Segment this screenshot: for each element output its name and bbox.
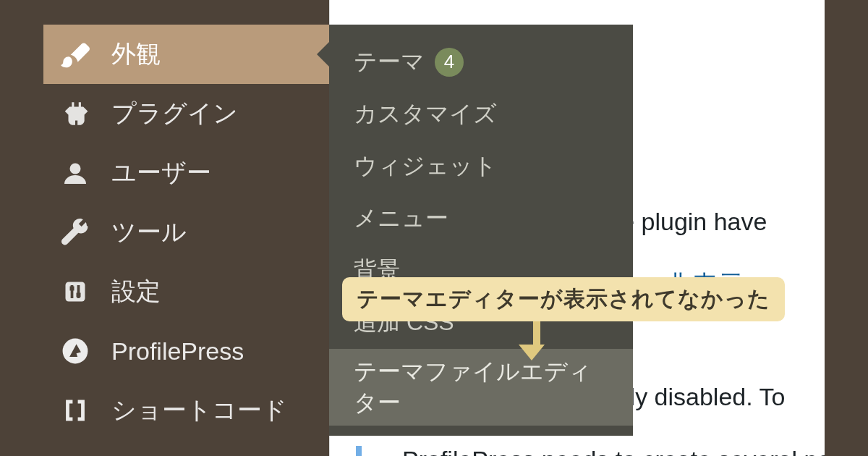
svg-rect-5 [77, 293, 81, 297]
plugin-icon [61, 99, 90, 128]
submenu-item-label: テーマファイルエディター [354, 356, 608, 418]
sidebar-item-profilepress[interactable]: ProfilePress [43, 321, 329, 381]
submenu-item-label: カスタマイズ [354, 98, 497, 130]
pp-icon [61, 337, 90, 366]
admin-sidebar: 外観 プラグイン ユーザー ツール 設定 [43, 0, 329, 456]
submenu-item-themes[interactable]: テーマ 4 [329, 36, 633, 88]
sidebar-item-label: 外観 [111, 38, 161, 71]
sidebar-item-users[interactable]: ユーザー [43, 143, 329, 203]
svg-rect-4 [70, 287, 75, 291]
sidebar-item-label: プラグイン [111, 97, 238, 130]
svg-rect-1 [66, 282, 85, 302]
sidebar-item-label: ツール [111, 216, 187, 249]
frame-pad-right [825, 0, 868, 456]
svg-point-0 [70, 164, 81, 174]
sidebar-item-shortcodes[interactable]: ショートコード [43, 381, 329, 440]
sidebar-item-appearance[interactable]: 外観 [43, 25, 329, 84]
submenu-item-label: ウィジェット [354, 151, 497, 182]
frame-pad-left [0, 0, 43, 456]
shortcode-icon [61, 396, 90, 425]
annotation-callout: テーマエディターが表示されてなかった [342, 277, 785, 321]
submenu-item-widgets[interactable]: ウィジェット [329, 140, 633, 193]
sidebar-item-plugins[interactable]: プラグイン [43, 84, 329, 143]
annotation-text: テーマエディターが表示されてなかった [357, 287, 770, 311]
submenu-item-customize[interactable]: カスタマイズ [329, 88, 633, 140]
submenu-item-theme-file-editor[interactable]: テーマファイルエディター [329, 349, 633, 426]
sidebar-item-label: ProfilePress [111, 337, 244, 366]
submenu-item-menus[interactable]: メニュー [329, 193, 633, 245]
user-icon [61, 159, 90, 187]
brush-icon [61, 40, 90, 69]
submenu-item-label: テーマ [354, 46, 425, 77]
sidebar-item-label: ショートコード [111, 394, 287, 427]
sidebar-item-settings[interactable]: 設定 [43, 262, 329, 321]
sliders-icon [61, 277, 90, 306]
sidebar-item-tools[interactable]: ツール [43, 203, 329, 262]
page-notice-fragment: ProfilePress needs to create several pa [356, 446, 868, 456]
appearance-submenu: テーマ 4 カスタマイズ ウィジェット メニュー 背景 追加 CSS テーマファ… [329, 25, 633, 436]
wrench-icon [61, 218, 90, 247]
sidebar-item-label: 設定 [111, 275, 161, 308]
sidebar-item-label: ユーザー [111, 156, 211, 190]
submenu-item-label: メニュー [354, 203, 448, 234]
update-count-badge: 4 [435, 48, 464, 77]
